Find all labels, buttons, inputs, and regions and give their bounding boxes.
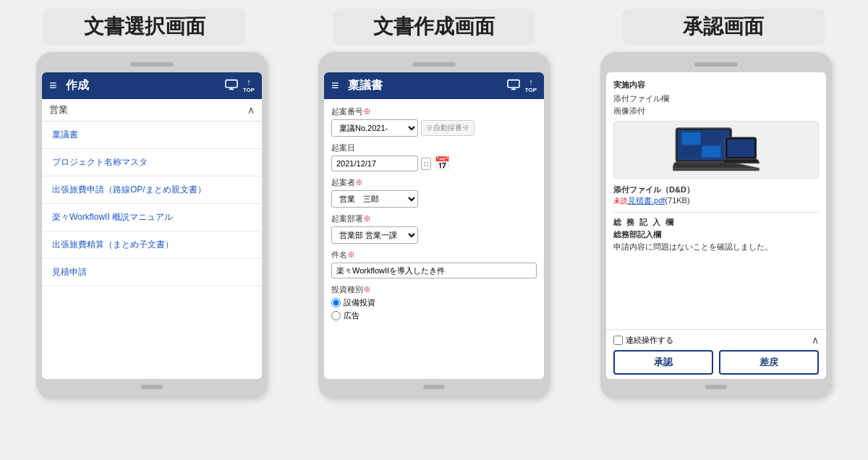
list-item[interactable]: 出張旅費精算（まとめ子文書） <box>42 231 262 259</box>
list-item[interactable]: 見積申請 <box>42 259 262 286</box>
radio-equipment-input[interactable] <box>331 298 341 307</box>
continuous-checkbox-label[interactable]: 連続操作する <box>613 335 673 346</box>
phone2-notch <box>324 59 544 69</box>
case-date-label: 起案日 <box>331 142 537 153</box>
monitor-icon2[interactable] <box>506 79 521 93</box>
continuous-checkbox[interactable] <box>613 336 623 345</box>
phone2-home-btn[interactable] <box>423 385 445 389</box>
case-number-select[interactable]: 稟議No.2021- <box>331 119 418 137</box>
list-item[interactable]: 稟議書 <box>42 122 262 149</box>
top-button2[interactable]: ↑ TOP <box>525 78 537 93</box>
phone2-bottom <box>324 382 544 392</box>
laptop-image-area <box>613 121 819 179</box>
file-name-link[interactable]: 見積書.pdf <box>628 196 665 205</box>
reject-button[interactable]: 差戻 <box>719 350 819 375</box>
general-section: 総 務 記 入 欄 総務部記入欄 申請内容に問題はないことを確認しました。 <box>613 212 819 252</box>
form-group-case-number: 起案番号※ 稟議No.2021- ※自動採番※ <box>331 106 537 137</box>
image-attach-label: 画像添付 <box>613 106 819 116</box>
svg-rect-11 <box>702 146 720 157</box>
section-label: 営業 <box>49 103 68 116</box>
expand-icon[interactable]: ∧ <box>812 334 819 346</box>
svg-rect-3 <box>508 80 519 88</box>
case-number-row: 稟議No.2021- ※自動採番※ <box>331 119 537 137</box>
phone2-notch-bar <box>412 62 456 67</box>
form-group-case-date: 起案日 □ 📅 <box>331 142 537 171</box>
phone3-home-btn[interactable] <box>705 385 727 389</box>
phone-screen3: 実施内容 添付ファイル欄 画像添付 <box>600 52 832 399</box>
case-number-label: 起案番号※ <box>331 106 537 117</box>
attachment-section: 添付ファイル（D&D） 未読見積書.pdf(71KB) <box>613 184 819 206</box>
approval-content: 実施内容 添付ファイル欄 画像添付 <box>606 72 826 329</box>
hamburger-icon[interactable]: ≡ <box>49 78 57 93</box>
general-subsection: 総務部記入欄 <box>613 229 819 240</box>
approval-buttons: 承認 差戻 <box>613 350 819 375</box>
list-item[interactable]: 出張旅費申請（路線OP/まとめ親文書） <box>42 176 262 204</box>
list-item[interactable]: プロジェクト名称マスタ <box>42 149 262 176</box>
case-date-input[interactable] <box>331 156 418 171</box>
radio-advertising-input[interactable] <box>331 311 341 320</box>
approve-button[interactable]: 承認 <box>613 350 713 375</box>
phone1-notch-bar <box>130 62 174 67</box>
phone-screen1: ≡ 作成 ↑ TOP <box>36 52 268 399</box>
invest-type-label: 投資種別※ <box>331 284 537 295</box>
svg-rect-9 <box>702 132 720 145</box>
section-header-sales[interactable]: 営業 ∧ <box>42 99 262 122</box>
screen1-app-title: 作成 <box>66 78 218 93</box>
svg-rect-14 <box>727 139 754 157</box>
checkbox-row: 連続操作する ∧ <box>613 334 819 346</box>
laptop-image-svg <box>673 124 760 175</box>
phone3-bottom <box>606 382 826 392</box>
screen3-header-title: 承認画面 <box>622 9 825 45</box>
radio-advertising[interactable]: 広告 <box>331 310 537 321</box>
subject-label: 件名※ <box>331 250 537 260</box>
form-group-case-dept: 起案部署※ 営業部 営業一課 <box>331 213 537 244</box>
svg-rect-12 <box>673 169 760 171</box>
unread-badge: 未読 <box>613 197 628 205</box>
screens-row: ≡ 作成 ↑ TOP <box>0 52 868 460</box>
implement-title: 実施内容 <box>613 80 819 90</box>
phone2-screen: ≡ 稟議書 ↑ TOP <box>324 72 544 379</box>
phone1-screen: ≡ 作成 ↑ TOP <box>42 72 262 379</box>
screen1-app-header: ≡ 作成 ↑ TOP <box>42 72 262 99</box>
file-size: (71KB) <box>665 196 689 205</box>
phone1-notch <box>42 59 262 69</box>
invest-type-radios: 設備投資 広告 <box>331 297 537 321</box>
screen2-app-title: 稟議書 <box>348 78 501 93</box>
phone3-notch-bar <box>694 62 738 67</box>
screen1-header-title: 文書選択画面 <box>43 9 246 45</box>
general-section-title: 総 務 記 入 欄 <box>613 217 819 228</box>
attach-file-title: 添付ファイル欄 <box>613 93 819 104</box>
form-group-case-author: 起案者※ 営業 三郎 <box>331 177 537 208</box>
svg-rect-0 <box>226 80 237 88</box>
form-group-subject: 件名※ <box>331 250 537 278</box>
hamburger-icon2[interactable]: ≡ <box>331 78 339 93</box>
top-button[interactable]: ↑ TOP <box>243 78 255 93</box>
list-item[interactable]: 楽々WorkflowII 概説マニュアル <box>42 204 262 231</box>
calendar-icon[interactable]: 📅 <box>434 156 450 171</box>
case-dept-select[interactable]: 営業部 営業一課 <box>331 226 418 244</box>
subject-input[interactable] <box>331 263 537 278</box>
svg-rect-10 <box>682 146 701 157</box>
case-dept-label: 起案部署※ <box>331 213 537 224</box>
case-author-select[interactable]: 営業 三郎 <box>331 190 418 208</box>
date-picker-icon[interactable]: □ <box>421 158 431 170</box>
general-text: 申請内容に問題はないことを確認しました。 <box>613 242 819 252</box>
phone-screen2: ≡ 稟議書 ↑ TOP <box>318 52 550 399</box>
attachment-file-info: 未読見積書.pdf(71KB) <box>613 195 819 206</box>
monitor-icon[interactable] <box>224 79 239 93</box>
phone1-bottom <box>42 382 262 392</box>
auto-number-note: ※自動採番※ <box>421 120 475 136</box>
radio-equipment[interactable]: 設備投資 <box>331 297 537 308</box>
screen2-header-icons: ↑ TOP <box>506 78 537 93</box>
form-group-invest-type: 投資種別※ 設備投資 広告 <box>331 284 537 321</box>
phone3-screen: 実施内容 添付ファイル欄 画像添付 <box>606 72 826 379</box>
header-row: 文書選択画面 文書作成画面 承認画面 <box>0 0 868 52</box>
phone1-home-btn[interactable] <box>141 385 163 389</box>
form-content: 起案番号※ 稟議No.2021- ※自動採番※ 起案日 □ <box>324 99 544 379</box>
screen2-header-title: 文書作成画面 <box>333 9 535 45</box>
screen1-header-icons: ↑ TOP <box>224 78 255 93</box>
screen2-app-header: ≡ 稟議書 ↑ TOP <box>324 72 544 99</box>
svg-rect-8 <box>682 132 701 145</box>
attach-dnd-label: 添付ファイル（D&D） <box>613 184 819 195</box>
approval-footer: 連続操作する ∧ 承認 差戻 <box>606 329 826 379</box>
